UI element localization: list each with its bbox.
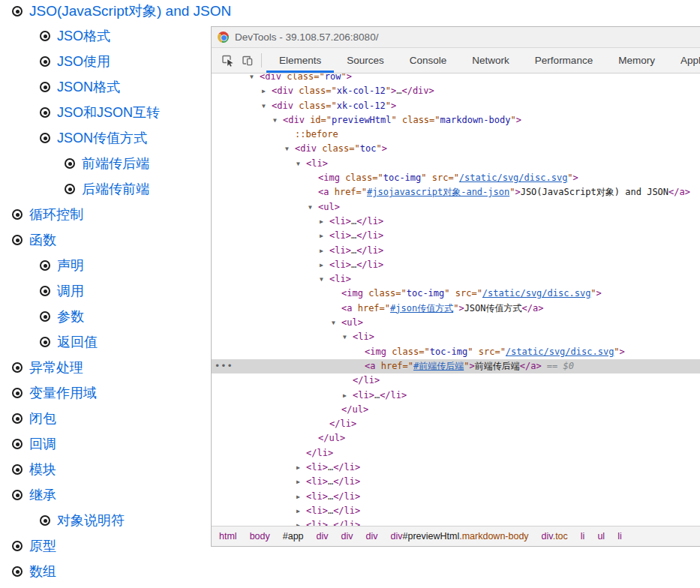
tree-row[interactable]: ▼<div class="toc"> <box>212 142 700 156</box>
tree-row[interactable]: ▶<li>…</li> <box>212 214 700 229</box>
tree-row[interactable]: <img class="toc-img" src="/static/svg/di… <box>212 345 700 359</box>
toc-link[interactable]: 调用 <box>57 282 84 300</box>
tree-row[interactable]: ▼<div id="previewHtml" class="markdown-b… <box>212 113 700 128</box>
tree-row[interactable]: ▶<li>…</li> <box>212 460 700 475</box>
tab-console[interactable]: Console <box>397 48 460 73</box>
toc-item[interactable]: 变量作用域 <box>12 384 97 402</box>
toc-link[interactable]: 模块 <box>29 460 56 478</box>
code-token-link[interactable]: /static/svg/disc.svg <box>459 172 568 183</box>
code-token-link[interactable]: #前端传后端 <box>413 361 464 371</box>
collapse-arrow-icon[interactable]: ▼ <box>273 113 283 128</box>
collapse-arrow-icon[interactable]: ▼ <box>296 157 306 171</box>
expand-arrow-icon[interactable]: ▶ <box>296 518 306 526</box>
toc-item[interactable]: 继承 <box>12 486 56 504</box>
breadcrumb-item[interactable]: li <box>617 531 622 542</box>
toc-item[interactable]: JSO使用 <box>40 52 110 70</box>
toc-link[interactable]: 异常处理 <box>29 358 83 376</box>
tree-row[interactable]: ▶<li>…</li> <box>212 388 700 403</box>
collapse-arrow-icon[interactable]: ▼ <box>308 200 318 214</box>
tab-sources[interactable]: Sources <box>334 48 397 73</box>
tree-row[interactable]: ▶<li>…</li> <box>212 504 700 518</box>
toc-item[interactable]: JSO(JavaScript对象) and JSON <box>12 2 231 21</box>
tree-row[interactable]: </ul> <box>212 431 700 446</box>
tree-row[interactable]: </li> <box>212 417 700 431</box>
toc-item[interactable]: 函数 <box>12 231 56 249</box>
expand-arrow-icon[interactable]: ▶ <box>262 84 272 98</box>
toc-link[interactable]: 前端传后端 <box>82 154 149 172</box>
tree-row[interactable]: ▼<div class="xk-col-12"> <box>212 99 700 113</box>
toc-item[interactable]: 循环控制 <box>12 206 83 224</box>
tree-row[interactable]: ▶<li>…</li> <box>212 490 700 504</box>
tab-elements[interactable]: Elements <box>266 48 334 73</box>
tree-row[interactable]: ▶<div class="xk-col-12">…</div> <box>212 84 700 98</box>
expand-arrow-icon[interactable]: ▶ <box>296 475 306 489</box>
tree-row[interactable]: ▼<div class="row"> <box>212 74 700 84</box>
more-actions-icon[interactable]: ••• <box>215 359 233 374</box>
expand-arrow-icon[interactable]: ▶ <box>320 229 329 243</box>
breadcrumb-item[interactable]: div.toc <box>542 531 568 542</box>
toc-item[interactable]: 数组 <box>12 562 56 580</box>
toc-link[interactable]: JSO和JSON互转 <box>57 104 160 122</box>
collapse-arrow-icon[interactable]: ▼ <box>250 74 260 84</box>
tree-row[interactable]: ▶<li>…</li> <box>212 518 700 526</box>
breadcrumb-item[interactable]: ul <box>597 531 605 542</box>
inspect-icon[interactable] <box>218 48 237 73</box>
toc-item[interactable]: JSON格式 <box>40 78 120 96</box>
toc-item[interactable]: 声明 <box>40 256 84 274</box>
code-token-link[interactable]: /static/svg/disc.svg <box>482 288 591 298</box>
elements-tree[interactable]: ▼<div class="row">▶<div class="xk-col-12… <box>212 74 700 526</box>
tree-row[interactable]: ▶<li>…</li> <box>212 244 700 258</box>
tree-row[interactable]: </ul> <box>212 403 700 417</box>
toc-item[interactable]: 后端传前端 <box>65 180 149 198</box>
toc-link[interactable]: 闭包 <box>29 410 56 428</box>
breadcrumb-item[interactable]: li <box>581 531 585 542</box>
toc-item[interactable]: 原型 <box>12 537 56 555</box>
toc-link[interactable]: 循环控制 <box>29 206 83 224</box>
tab-performance[interactable]: Performance <box>522 48 605 73</box>
tree-row[interactable]: ▼<li> <box>212 272 700 286</box>
tree-row[interactable]: ::before <box>212 128 700 142</box>
expand-arrow-icon[interactable]: ▶ <box>343 388 353 403</box>
tree-row[interactable]: <img class="toc-img" src="/static/svg/di… <box>212 286 700 301</box>
toc-link[interactable]: 变量作用域 <box>29 384 97 402</box>
toc-link[interactable]: 函数 <box>29 231 56 249</box>
tree-row[interactable]: ▼<ul> <box>212 316 700 330</box>
expand-arrow-icon[interactable]: ▶ <box>320 244 329 258</box>
toc-link[interactable]: 继承 <box>29 486 56 504</box>
toc-link[interactable]: JSON传值方式 <box>57 129 147 147</box>
tree-row[interactable]: ▶<li>…</li> <box>212 258 700 272</box>
toc-link[interactable]: JSON格式 <box>57 78 120 96</box>
tree-row[interactable]: </li> <box>212 374 700 388</box>
toc-link[interactable]: JSO格式 <box>57 27 110 45</box>
expand-arrow-icon[interactable]: ▶ <box>296 460 306 475</box>
code-token-link[interactable]: #jsojavascript对象-and-json <box>367 187 509 197</box>
tree-row[interactable]: ▼<ul> <box>212 200 700 214</box>
breadcrumb-item[interactable]: div <box>341 531 353 542</box>
toc-item[interactable]: 异常处理 <box>12 358 83 376</box>
code-token-link[interactable]: #json传值方式 <box>390 303 453 314</box>
toc-link[interactable]: 返回值 <box>57 333 98 351</box>
tree-row[interactable]: ▼<li> <box>212 157 700 171</box>
collapse-arrow-icon[interactable]: ▼ <box>320 272 329 286</box>
expand-arrow-icon[interactable]: ▶ <box>320 214 329 229</box>
toc-item[interactable]: 模块 <box>12 460 56 478</box>
toc-link[interactable]: 参数 <box>57 308 84 326</box>
toc-item[interactable]: JSON传值方式 <box>40 129 147 147</box>
device-toolbar-icon[interactable] <box>237 48 257 73</box>
expand-arrow-icon[interactable]: ▶ <box>296 504 306 518</box>
tab-application[interactable]: Application <box>668 48 700 73</box>
collapse-arrow-icon[interactable]: ▼ <box>262 99 272 113</box>
toc-link[interactable]: 后端传前端 <box>82 180 149 198</box>
breadcrumb-item[interactable]: body <box>250 531 270 542</box>
tree-row[interactable]: <a href="#jsojavascript对象-and-json">JSO(… <box>212 185 700 200</box>
breadcrumb-item[interactable]: div <box>317 531 329 542</box>
tree-row[interactable]: ▶<li>…</li> <box>212 475 700 489</box>
tree-row[interactable]: <a href="#json传值方式">JSON传值方式</a> <box>212 302 700 316</box>
tree-row-selected[interactable]: •••<a href="#前端传后端">前端传后端</a> == $0 <box>212 359 700 374</box>
toc-link[interactable]: JSO(JavaScript对象) and JSON <box>29 2 231 21</box>
toc-link[interactable]: 数组 <box>29 562 56 580</box>
tab-network[interactable]: Network <box>459 48 522 73</box>
tab-memory[interactable]: Memory <box>605 48 668 73</box>
tree-row[interactable]: <img class="toc-img" src="/static/svg/di… <box>212 171 700 185</box>
tree-row[interactable]: ▶<li>…</li> <box>212 229 700 243</box>
